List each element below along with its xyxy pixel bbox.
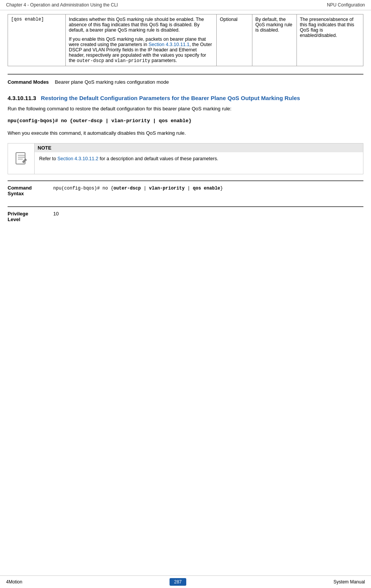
command-syntax-value: npu(config-bqos)# no {outer-dscp | vlan-… xyxy=(53,185,363,196)
privilege-level-section: Privilege Level 10 xyxy=(8,206,363,226)
table-row: [qos enable] Indicates whether this QoS … xyxy=(8,14,363,66)
footer-right: System Manual xyxy=(333,579,365,585)
command-modes-section: Command Modes Bearer plane QoS marking r… xyxy=(8,74,363,89)
command-modes-label: Command Modes xyxy=(8,78,55,85)
note-box: NOTE Refer to Section 4.3.10.11.2 for a … xyxy=(8,143,363,174)
footer-left: 4Motion xyxy=(6,579,22,585)
privilege-level-label-line2: Level xyxy=(8,217,53,222)
privilege-level-label-line1: Privilege xyxy=(8,211,53,217)
header-chapter: Chapter 4 - Operation and Administration… xyxy=(6,2,118,8)
note-icon-area xyxy=(8,143,35,174)
page-header: Chapter 4 - Operation and Administration… xyxy=(0,0,371,10)
command-block: npu(config-bqos)# no {outer-dscp | vlan-… xyxy=(8,117,363,125)
parameter-table: [qos enable] Indicates whether this QoS … xyxy=(8,14,363,66)
note-title: NOTE xyxy=(35,143,363,152)
command-syntax-code: npu(config-bqos)# no {outer-dscp | vlan-… xyxy=(53,186,223,191)
desc-para-1: Indicates whether this QoS marking rule … xyxy=(69,17,213,33)
note-text: Refer to Section 4.3.10.11.2 for a descr… xyxy=(39,155,358,163)
main-content: [qos enable] Indicates whether this QoS … xyxy=(0,10,371,240)
command-syntax-label-line1: Command xyxy=(8,185,53,191)
command-syntax-section: Command Syntax npu(config-bqos)# no {out… xyxy=(8,180,363,200)
body-para-1: Run the following command to restore the… xyxy=(8,105,363,113)
note-icon xyxy=(14,151,29,166)
section-title: Restoring the Default Configuration Para… xyxy=(41,95,300,101)
page-footer: 4Motion 287 System Manual xyxy=(0,575,371,588)
command-modes-value: Bearer plane QoS marking rules configura… xyxy=(55,78,169,85)
section-heading: 4.3.10.11.3 Restoring the Default Config… xyxy=(8,95,363,101)
section-number: 4.3.10.11.3 xyxy=(8,95,36,101)
desc-para-2: If you enable this QoS marking rule, pac… xyxy=(69,37,213,64)
table-cell-default: By default, the QoS marking rule is disa… xyxy=(252,14,296,66)
footer-page-number: 287 xyxy=(170,578,186,586)
code-vlan-priority: vlan-priority xyxy=(115,58,151,64)
privilege-level-label: Privilege Level xyxy=(8,211,53,222)
param-code: [qos enable] xyxy=(11,17,44,22)
table-cell-presence: The presence/absence of this flag indica… xyxy=(296,14,363,66)
note-content: NOTE Refer to Section 4.3.10.11.2 for a … xyxy=(35,143,363,174)
table-cell-optional: Optional xyxy=(217,14,252,66)
table-cell-param-name: [qos enable] xyxy=(8,14,66,66)
code-outer-dscp: outer-dscp xyxy=(77,58,104,64)
header-section: NPU Configuration xyxy=(327,2,365,8)
body-para-2: When you execute this command, it automa… xyxy=(8,129,363,137)
link-section-4-3-10-11-1[interactable]: Section 4.3.10.11.1 xyxy=(149,42,190,47)
link-section-4-3-10-11-2[interactable]: Section 4.3.10.11.2 xyxy=(57,156,98,161)
command-syntax-label-line2: Syntax xyxy=(8,191,53,196)
command-syntax-label: Command Syntax xyxy=(8,185,53,196)
table-cell-description: Indicates whether this QoS marking rule … xyxy=(65,14,216,66)
privilege-level-value: 10 xyxy=(53,211,363,222)
